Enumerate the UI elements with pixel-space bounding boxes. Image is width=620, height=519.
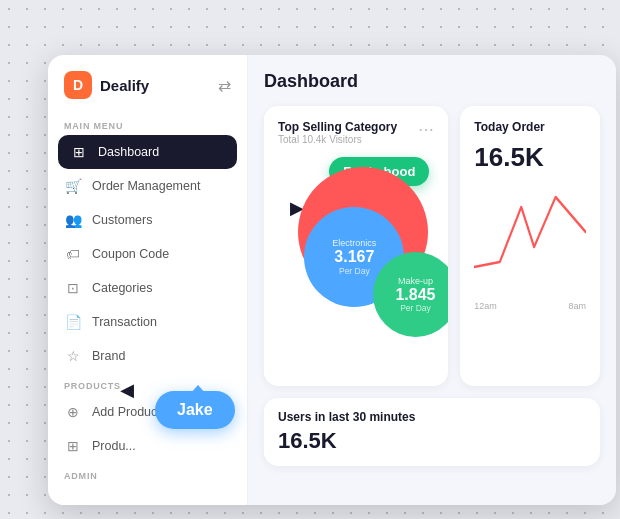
makeup-sub: Per Day bbox=[400, 303, 431, 313]
categories-icon: ⊡ bbox=[64, 280, 82, 296]
users-30min-card: Users in last 30 minutes 16.5K bbox=[264, 398, 600, 466]
users-value: 16.5K bbox=[278, 428, 586, 454]
electronics-label: Electronics bbox=[332, 238, 376, 248]
sidebar-item-label: Customers bbox=[92, 213, 152, 227]
cards-row: Top Selling Category Total 10.4k Visitor… bbox=[264, 106, 600, 386]
makeup-value: 1.845 bbox=[395, 286, 435, 304]
sidebar-item-label: Produ... bbox=[92, 439, 136, 453]
order-chart-svg bbox=[474, 177, 586, 287]
makeup-label: Make-up bbox=[398, 276, 433, 286]
coupon-icon: 🏷 bbox=[64, 246, 82, 262]
customers-icon: 👥 bbox=[64, 212, 82, 228]
sidebar-item-label: Categories bbox=[92, 281, 152, 295]
makeup-bubble[interactable]: Make-up 1.845 Per Day bbox=[373, 252, 448, 337]
users-title: Users in last 30 minutes bbox=[278, 410, 586, 424]
app-logo-icon: D bbox=[64, 71, 92, 99]
transaction-icon: 📄 bbox=[64, 314, 82, 330]
electronics-sub: Per Day bbox=[339, 266, 370, 276]
sidebar-item-transaction[interactable]: 📄 Transaction bbox=[48, 305, 247, 339]
app-window: D Dealify ⇄ MAIN MENU ⊞ Dashboard 🛒 Orde… bbox=[48, 55, 616, 505]
sidebar-item-label: Coupon Code bbox=[92, 247, 169, 261]
card-title: Top Selling Category bbox=[278, 120, 397, 134]
sidebar: D Dealify ⇄ MAIN MENU ⊞ Dashboard 🛒 Orde… bbox=[48, 55, 248, 505]
sidebar-item-label: Order Management bbox=[92, 179, 200, 193]
sidebar-item-products[interactable]: ⊞ Produ... bbox=[48, 429, 247, 463]
electronics-value: 3.167 bbox=[334, 248, 374, 266]
jake-tooltip: Jake bbox=[155, 391, 235, 429]
cursor-arrow-icon: ▶ bbox=[120, 379, 134, 401]
time-label-start: 12am bbox=[474, 301, 497, 311]
products-icon: ⊞ bbox=[64, 438, 82, 454]
today-order-value: 16.5K bbox=[474, 142, 586, 173]
today-order-card: Today Order 16.5K 12am 8am bbox=[460, 106, 600, 386]
app-name: Dealify bbox=[100, 77, 149, 94]
main-menu-label: MAIN MENU bbox=[48, 113, 247, 135]
page-title: Dashboard bbox=[264, 71, 600, 92]
sidebar-item-brand[interactable]: ☆ Brand bbox=[48, 339, 247, 373]
card-subtitle: Total 10.4k Visitors bbox=[278, 134, 397, 145]
sidebar-logo: D Dealify ⇄ bbox=[48, 71, 247, 113]
card-menu-button[interactable]: ⋯ bbox=[418, 120, 434, 139]
brand-icon: ☆ bbox=[64, 348, 82, 364]
sidebar-item-dashboard[interactable]: ⊞ Dashboard bbox=[58, 135, 237, 169]
order-icon: 🛒 bbox=[64, 178, 82, 194]
sidebar-item-label: Transaction bbox=[92, 315, 157, 329]
time-labels: 12am 8am bbox=[474, 301, 586, 311]
add-products-icon: ⊕ bbox=[64, 404, 82, 420]
today-order-title: Today Order bbox=[474, 120, 586, 134]
bubble-chart: Robin hood ▶ Fashion 4.567 Per Day Elect… bbox=[278, 147, 434, 357]
card-header: Top Selling Category Total 10.4k Visitor… bbox=[278, 120, 434, 145]
top-selling-card: Top Selling Category Total 10.4k Visitor… bbox=[264, 106, 448, 386]
main-content: Dashboard Top Selling Category Total 10.… bbox=[248, 55, 616, 505]
sidebar-item-label: Brand bbox=[92, 349, 125, 363]
sidebar-toggle-button[interactable]: ⇄ bbox=[218, 76, 231, 95]
sidebar-item-customers[interactable]: 👥 Customers bbox=[48, 203, 247, 237]
mini-chart bbox=[474, 177, 586, 297]
bottom-row: Users in last 30 minutes 16.5K bbox=[264, 398, 600, 466]
dashboard-icon: ⊞ bbox=[70, 144, 88, 160]
sidebar-item-order-management[interactable]: 🛒 Order Management bbox=[48, 169, 247, 203]
sidebar-item-coupon-code[interactable]: 🏷 Coupon Code bbox=[48, 237, 247, 271]
time-label-end: 8am bbox=[568, 301, 586, 311]
admin-label: ADMIN bbox=[48, 463, 247, 485]
sidebar-item-categories[interactable]: ⊡ Categories bbox=[48, 271, 247, 305]
sidebar-item-label: Dashboard bbox=[98, 145, 159, 159]
